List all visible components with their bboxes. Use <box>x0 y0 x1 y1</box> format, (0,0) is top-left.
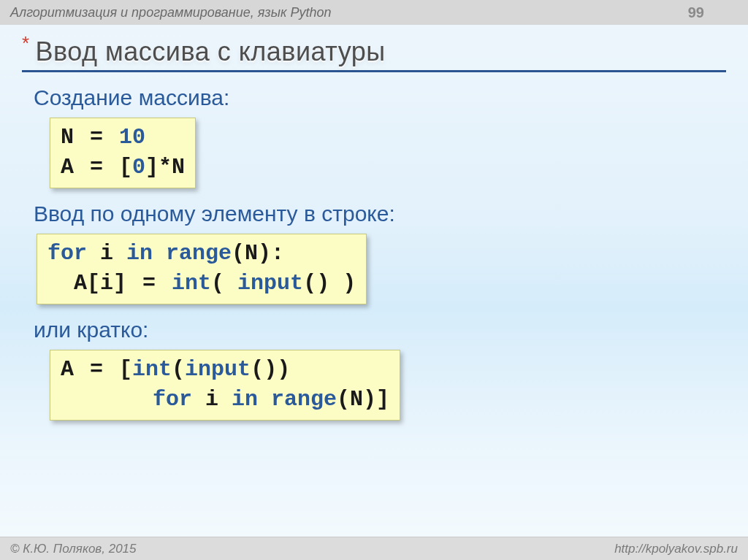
code-block-2: for i in range(N): A[i] = int( input() ) <box>37 234 367 304</box>
slide-title: Ввод массива с клавиатуры <box>36 37 386 67</box>
code-token: (N)] <box>337 387 389 412</box>
text-or-short: или кратко: <box>34 318 714 342</box>
code-token: ()) <box>251 357 290 382</box>
code-token: [ <box>119 357 132 382</box>
code-token: range <box>166 241 232 266</box>
code-token: = <box>90 155 103 180</box>
page-number: 99 <box>688 4 704 21</box>
code-token: A <box>61 155 74 180</box>
course-title: Алгоритмизация и программирование, язык … <box>10 5 331 20</box>
code-token: i <box>87 241 126 266</box>
title-row: * Ввод массива с клавиатуры <box>22 37 726 72</box>
code-token: i <box>192 387 232 412</box>
code-token: input <box>237 271 303 296</box>
code-token: N <box>61 125 74 150</box>
code-block-3: A = [int(input()) for i in range(N)] <box>50 350 400 421</box>
code-block-1: N = 10 A = [0]*N <box>50 118 196 188</box>
code-token: range <box>271 387 337 412</box>
code-token: for <box>153 387 192 412</box>
code-token: A <box>61 357 74 382</box>
code-token <box>47 271 74 296</box>
footer-bar: © К.Ю. Поляков, 2015 http://kpolyakov.sp… <box>0 537 748 560</box>
content-area: Создание массива: N = 10 A = [0]*N Ввод … <box>0 72 748 431</box>
code-token: int <box>132 357 172 382</box>
header-bar: Алгоритмизация и программирование, язык … <box>0 0 748 25</box>
code-token <box>153 241 166 266</box>
code-token: () ) <box>303 271 356 296</box>
code-token: int <box>172 271 211 296</box>
code-token: A[i] <box>74 271 126 296</box>
code-token <box>258 387 271 412</box>
footer-url: http://kpolyakov.spb.ru <box>614 542 738 556</box>
code-token: = <box>142 271 156 296</box>
code-token: in <box>126 241 153 266</box>
footer-copyright: © К.Ю. Поляков, 2015 <box>10 542 137 556</box>
code-token: = <box>90 357 103 382</box>
code-token: = <box>90 125 103 150</box>
text-input-one: Ввод по одному элементу в строке: <box>34 202 714 226</box>
code-token: ]*N <box>145 155 185 180</box>
code-token: ( <box>172 357 185 382</box>
code-token: [ <box>119 155 132 180</box>
code-token: 0 <box>132 155 145 180</box>
code-token: input <box>185 357 251 382</box>
code-token: 10 <box>119 125 145 150</box>
code-token: (N): <box>232 241 284 266</box>
code-token: for <box>47 241 87 266</box>
code-token: in <box>232 387 258 412</box>
code-token: ( <box>211 271 237 296</box>
text-create-array: Создание массива: <box>34 85 714 110</box>
bullet-star: * <box>22 32 29 55</box>
code-token <box>61 387 153 412</box>
